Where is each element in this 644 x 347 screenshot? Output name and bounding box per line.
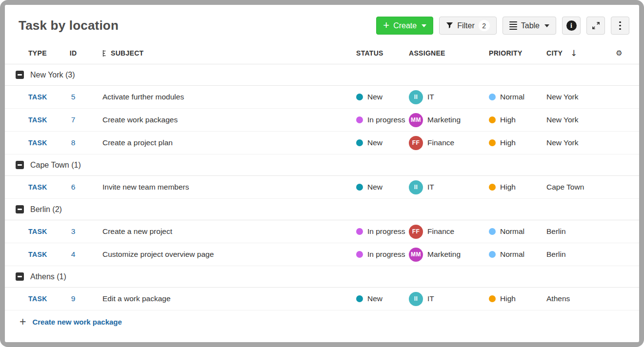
- assignee-label: IT: [427, 183, 434, 192]
- assignee-cell[interactable]: IIIT: [409, 292, 489, 306]
- priority-cell[interactable]: High: [489, 294, 546, 303]
- assignee-cell[interactable]: FFFinance: [409, 136, 489, 150]
- city-cell: New York: [546, 116, 609, 124]
- info-button[interactable]: i: [562, 17, 581, 35]
- fullscreen-button[interactable]: [586, 17, 605, 35]
- id-link[interactable]: 4: [71, 250, 76, 259]
- status-cell[interactable]: New: [356, 183, 409, 192]
- type-link[interactable]: TASK: [28, 116, 47, 124]
- priority-cell[interactable]: High: [489, 183, 546, 192]
- priority-label: High: [500, 183, 516, 192]
- column-header-city[interactable]: CITY ↓: [546, 48, 609, 58]
- priority-dot: [489, 251, 496, 258]
- status-dot: [356, 116, 363, 123]
- id-link[interactable]: 3: [71, 227, 76, 236]
- id-link[interactable]: 9: [71, 294, 76, 303]
- priority-cell[interactable]: High: [489, 138, 546, 147]
- status-cell[interactable]: In progress: [356, 250, 409, 259]
- collapse-group-icon[interactable]: [16, 205, 24, 213]
- create-button-label: Create: [393, 21, 417, 30]
- collapse-group-icon[interactable]: [16, 71, 24, 79]
- assignee-cell[interactable]: MMMarketing: [409, 248, 489, 262]
- type-link[interactable]: TASK: [28, 183, 47, 191]
- priority-dot: [489, 228, 496, 235]
- priority-label: High: [500, 116, 516, 124]
- column-header-status[interactable]: STATUS: [356, 49, 409, 57]
- avatar: FF: [409, 136, 423, 150]
- subject-cell[interactable]: Create work packages: [89, 116, 356, 124]
- subject-cell[interactable]: Create a new project: [89, 227, 356, 236]
- id-link[interactable]: 6: [71, 183, 76, 192]
- subject-cell[interactable]: Invite new team members: [89, 183, 356, 192]
- subject-cell[interactable]: Activate further modules: [89, 93, 356, 101]
- assignee-label: IT: [427, 93, 434, 101]
- filter-button[interactable]: Filter 2: [439, 17, 497, 35]
- city-cell: New York: [546, 93, 609, 101]
- status-cell[interactable]: New: [356, 294, 409, 303]
- work-package-row[interactable]: TASK7Create work packagesIn progressMMMa…: [5, 109, 639, 132]
- subject-cell[interactable]: Customize project overview page: [89, 250, 356, 259]
- type-link[interactable]: TASK: [28, 251, 47, 258]
- type-link[interactable]: TASK: [28, 228, 47, 235]
- group-header-row[interactable]: New York (3): [5, 64, 639, 86]
- status-cell[interactable]: New: [356, 138, 409, 147]
- more-options-button[interactable]: [611, 17, 629, 35]
- priority-cell[interactable]: High: [489, 116, 546, 124]
- id-link[interactable]: 7: [71, 116, 76, 124]
- work-package-row[interactable]: TASK6Invite new team membersNewIIITHighC…: [5, 176, 639, 199]
- work-package-row[interactable]: TASK3Create a new projectIn progressFFFi…: [5, 220, 639, 243]
- type-link[interactable]: TASK: [28, 139, 47, 147]
- column-header-assignee[interactable]: ASSIGNEE: [409, 49, 489, 57]
- work-package-row[interactable]: TASK4Customize project overview pageIn p…: [5, 243, 639, 266]
- column-header-id[interactable]: ID: [58, 49, 89, 57]
- column-header-priority[interactable]: PRIORITY: [489, 49, 546, 57]
- priority-dot: [489, 139, 496, 146]
- table-settings-gear-icon[interactable]: ⚙: [616, 49, 623, 58]
- work-package-row[interactable]: TASK9Edit a work packageNewIIITHighAthen…: [5, 288, 639, 310]
- view-mode-button[interactable]: Table: [503, 17, 556, 35]
- work-package-row[interactable]: TASK8Create a project planNewFFFinanceHi…: [5, 132, 639, 154]
- assignee-cell[interactable]: MMMarketing: [409, 113, 489, 127]
- assignee-cell[interactable]: IIIT: [409, 180, 489, 194]
- subject-cell[interactable]: Edit a work package: [89, 294, 356, 303]
- status-cell[interactable]: In progress: [356, 227, 409, 236]
- rows-icon: [509, 21, 517, 30]
- assignee-cell[interactable]: IIIT: [409, 90, 489, 104]
- assignee-label: Finance: [427, 227, 454, 236]
- assignee-label: IT: [427, 294, 434, 303]
- priority-cell[interactable]: Normal: [489, 227, 546, 236]
- group-header-row[interactable]: Cape Town (1): [5, 154, 639, 176]
- filter-count-badge: 2: [479, 20, 490, 31]
- type-link[interactable]: TASK: [28, 93, 47, 101]
- column-header-type[interactable]: TYPE: [15, 49, 58, 57]
- priority-dot: [489, 94, 496, 100]
- avatar: FF: [409, 225, 423, 239]
- plus-icon: +: [383, 20, 389, 31]
- status-cell[interactable]: In progress: [356, 116, 409, 124]
- work-package-row[interactable]: TASK5Activate further modulesNewIIITNorm…: [5, 86, 639, 109]
- create-button[interactable]: + Create: [376, 17, 433, 35]
- fullscreen-icon: [592, 21, 600, 30]
- hierarchy-icon[interactable]: [102, 50, 107, 57]
- subject-cell[interactable]: Create a project plan: [89, 138, 356, 147]
- priority-cell[interactable]: Normal: [489, 250, 546, 259]
- status-label: New: [367, 183, 382, 192]
- priority-cell[interactable]: Normal: [489, 93, 546, 101]
- info-icon: i: [566, 20, 577, 31]
- column-header-subject[interactable]: SUBJECT: [89, 49, 356, 57]
- priority-label: High: [500, 138, 516, 147]
- group-label: Athens (1): [30, 272, 66, 281]
- collapse-group-icon[interactable]: [16, 161, 24, 169]
- status-cell[interactable]: New: [356, 93, 409, 101]
- column-header-subject-label: SUBJECT: [111, 49, 143, 57]
- type-link[interactable]: TASK: [28, 295, 47, 303]
- create-new-work-package-label: Create new work package: [32, 318, 121, 326]
- status-dot: [356, 94, 363, 100]
- id-link[interactable]: 8: [71, 138, 76, 147]
- group-header-row[interactable]: Athens (1): [5, 266, 639, 288]
- id-link[interactable]: 5: [71, 93, 76, 101]
- collapse-group-icon[interactable]: [16, 272, 24, 281]
- group-header-row[interactable]: Berlin (2): [5, 199, 639, 220]
- assignee-cell[interactable]: FFFinance: [409, 225, 489, 239]
- create-new-work-package-link[interactable]: + Create new work package: [5, 310, 639, 333]
